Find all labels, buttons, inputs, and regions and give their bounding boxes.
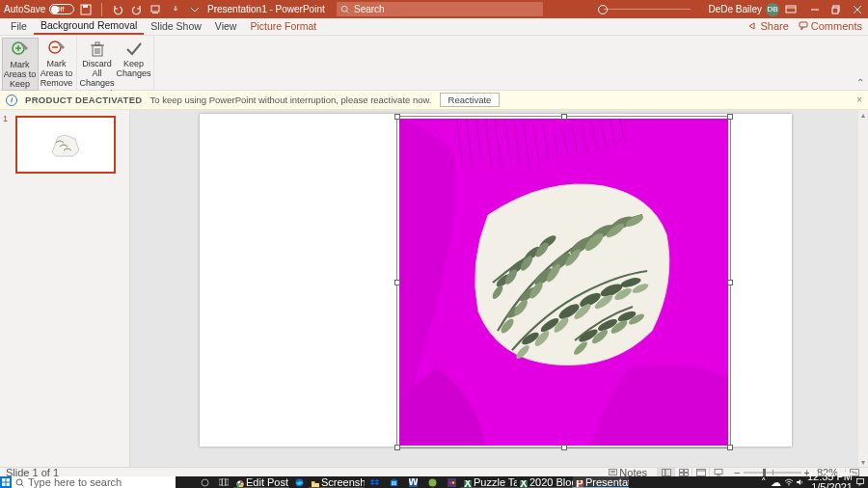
tab-picture-format[interactable]: Picture Format bbox=[243, 17, 323, 35]
cortana-icon[interactable] bbox=[195, 476, 214, 488]
touch-mouse-mode-icon[interactable] bbox=[168, 2, 183, 17]
save-icon[interactable] bbox=[78, 2, 94, 17]
search-input[interactable]: Search bbox=[337, 2, 543, 16]
deactivated-title: PRODUCT DEACTIVATED bbox=[25, 95, 142, 105]
task-view-icon[interactable] bbox=[214, 476, 233, 488]
picture-selection[interactable] bbox=[396, 116, 731, 448]
undo-icon[interactable] bbox=[110, 2, 125, 17]
account-name[interactable]: DeDe Bailey bbox=[708, 4, 762, 14]
svg-point-4 bbox=[341, 6, 347, 12]
taskbar-app-explorer[interactable]: Screenshots bbox=[309, 476, 365, 488]
svg-rect-98 bbox=[715, 469, 722, 474]
redo-icon[interactable] bbox=[129, 2, 145, 17]
slide-1 bbox=[200, 114, 792, 447]
svg-rect-2 bbox=[151, 6, 159, 12]
svg-rect-120 bbox=[393, 483, 395, 485]
collapse-ribbon-icon[interactable]: ⌃ bbox=[856, 77, 864, 88]
deactivated-message: To keep using PowerPoint without interru… bbox=[149, 95, 431, 105]
tab-background-removal[interactable]: Background Removal bbox=[34, 17, 144, 35]
keep-changes-button[interactable]: Keep Changes bbox=[116, 38, 152, 89]
resize-handle[interactable] bbox=[727, 280, 733, 285]
taskbar-app-dropbox[interactable] bbox=[365, 476, 384, 488]
taskbar-app-edge[interactable] bbox=[289, 476, 309, 488]
svg-line-5 bbox=[347, 11, 350, 14]
minimize-button[interactable] bbox=[804, 0, 826, 18]
tray-volume-icon[interactable] bbox=[797, 478, 803, 486]
taskbar-app-misc1[interactable] bbox=[422, 476, 442, 488]
scroll-down-icon[interactable]: ▾ bbox=[858, 457, 868, 467]
autosave-toggle[interactable]: Off bbox=[49, 4, 74, 14]
resize-handle[interactable] bbox=[727, 114, 733, 120]
svg-point-108 bbox=[202, 479, 208, 486]
taskbar-app-excel-2[interactable]: X2020 Blog… bbox=[517, 476, 573, 488]
svg-rect-124 bbox=[448, 478, 456, 487]
slide-sorter-view-button[interactable] bbox=[674, 468, 692, 477]
tray-notifications-icon[interactable] bbox=[856, 478, 864, 486]
svg-rect-111 bbox=[226, 479, 229, 485]
start-button[interactable] bbox=[0, 476, 12, 488]
mark-areas-to-keep-button[interactable]: Mark Areas to Keep bbox=[2, 38, 39, 91]
mark-areas-to-remove-button[interactable]: Mark Areas to Remove bbox=[39, 38, 75, 91]
svg-rect-93 bbox=[684, 469, 688, 472]
svg-point-126 bbox=[451, 481, 453, 483]
simplified-ribbon-slider[interactable] bbox=[588, 6, 704, 14]
slide-canvas[interactable]: ▴ ▾ bbox=[130, 110, 868, 467]
scroll-up-icon[interactable]: ▴ bbox=[858, 110, 868, 120]
avatar[interactable]: DB bbox=[766, 3, 779, 16]
taskbar-app-store[interactable] bbox=[384, 476, 403, 488]
ribbon-display-options-icon[interactable] bbox=[783, 2, 799, 17]
resize-handle[interactable] bbox=[394, 280, 400, 285]
tray-wifi-icon[interactable] bbox=[785, 478, 793, 486]
trash-icon bbox=[88, 40, 107, 59]
title-bar: AutoSave Off Presentation1 - PowerPoint … bbox=[0, 0, 868, 18]
autosave-label: AutoSave bbox=[4, 4, 45, 14]
product-deactivated-bar: i PRODUCT DEACTIVATED To keep using Powe… bbox=[0, 91, 868, 110]
restore-button[interactable] bbox=[826, 0, 847, 18]
search-placeholder: Search bbox=[354, 4, 385, 14]
tray-chevron-icon[interactable]: ˄ bbox=[761, 476, 767, 489]
svg-rect-105 bbox=[7, 483, 11, 487]
discard-all-changes-button[interactable]: Discard All Changes bbox=[79, 38, 116, 89]
svg-rect-6 bbox=[786, 6, 796, 13]
notes-icon bbox=[609, 469, 617, 476]
close-icon[interactable]: × bbox=[856, 95, 862, 105]
reactivate-button[interactable]: Reactivate bbox=[440, 93, 501, 107]
taskbar-search-input[interactable]: Type here to search bbox=[12, 476, 176, 488]
tab-file[interactable]: File bbox=[4, 17, 34, 35]
slideshow-view-button[interactable] bbox=[709, 468, 726, 477]
taskbar-app-word[interactable]: W bbox=[403, 476, 422, 488]
tab-view[interactable]: View bbox=[208, 17, 244, 35]
slide-thumbnail-1[interactable] bbox=[15, 116, 116, 174]
start-from-beginning-icon[interactable] bbox=[149, 2, 164, 17]
svg-rect-13 bbox=[800, 22, 807, 27]
resize-handle[interactable] bbox=[561, 114, 567, 120]
status-bar: Slide 1 of 1 Notes − + 82% bbox=[0, 467, 868, 476]
resize-handle[interactable] bbox=[727, 445, 733, 450]
taskbar-app-chrome[interactable]: Edit Post ‹… bbox=[233, 476, 289, 488]
checkmark-icon bbox=[124, 40, 144, 59]
svg-rect-102 bbox=[2, 478, 6, 482]
tray-onedrive-icon[interactable]: ☁ bbox=[771, 476, 781, 489]
slide-thumbnails-panel[interactable]: 1 bbox=[0, 110, 130, 467]
taskbar-app-excel-1[interactable]: XPuzzle Tab… bbox=[461, 476, 517, 488]
tab-slide-show[interactable]: Slide Show bbox=[144, 17, 208, 35]
svg-text:W: W bbox=[409, 478, 418, 487]
tray-clock[interactable]: 12:35 PM 1/5/2021 bbox=[807, 472, 853, 488]
svg-rect-94 bbox=[679, 473, 683, 475]
svg-rect-115 bbox=[312, 481, 315, 483]
comments-button[interactable]: Comments bbox=[799, 20, 862, 32]
pencil-minus-icon bbox=[47, 40, 67, 59]
taskbar-app-powerpoint[interactable]: PPresentati… bbox=[573, 476, 629, 488]
resize-handle[interactable] bbox=[394, 445, 400, 450]
share-button[interactable]: Share bbox=[747, 20, 788, 32]
svg-rect-103 bbox=[7, 478, 11, 482]
close-button[interactable] bbox=[847, 0, 868, 18]
resize-handle[interactable] bbox=[394, 114, 400, 120]
taskbar-app-misc2[interactable] bbox=[442, 476, 461, 488]
ribbon: Mark Areas to Keep Mark Areas to Remove … bbox=[0, 36, 868, 91]
qat-customize-icon[interactable] bbox=[187, 2, 203, 17]
normal-view-button[interactable] bbox=[657, 468, 674, 477]
reading-view-button[interactable] bbox=[692, 468, 709, 477]
resize-handle[interactable] bbox=[561, 445, 567, 450]
vertical-scrollbar[interactable]: ▴ ▾ bbox=[858, 110, 868, 467]
